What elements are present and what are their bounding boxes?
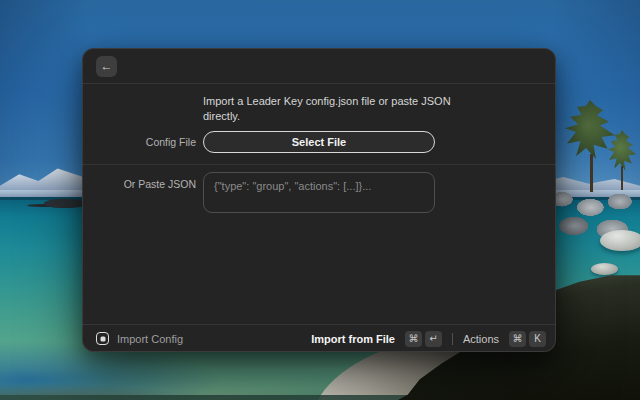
back-button[interactable]: ← (96, 56, 117, 77)
import-description: Import a Leader Key config.json file or … (203, 94, 455, 124)
dialog-body: Import a Leader Key config.json file or … (82, 85, 556, 324)
cmd-key-icon: ⌘ (405, 331, 422, 347)
form-divider (82, 164, 556, 165)
config-file-label: Config File (82, 136, 196, 148)
paste-json-textarea[interactable] (203, 172, 435, 213)
paste-json-label: Or Paste JSON (82, 178, 196, 190)
return-key-icon: ↵ (425, 331, 442, 347)
select-file-button[interactable]: Select File (203, 131, 435, 153)
wallpaper-shore-rocks (44, 199, 86, 208)
dialog-footer: Import Config Import from File ⌘ ↵ Actio… (82, 324, 556, 352)
leader-key-app-icon (96, 332, 109, 345)
actions-menu-label: Actions (463, 333, 499, 345)
footer-actions: Import from File ⌘ ↵ Actions ⌘ K (309, 329, 548, 349)
footer-command-title: Import Config (117, 333, 183, 345)
wallpaper-water-boulder-small (591, 263, 618, 275)
cmd-key-icon: ⌘ (509, 331, 526, 347)
wallpaper-pine-tree-small (608, 130, 636, 190)
dialog-header: ← (82, 48, 556, 84)
footer-separator (452, 333, 453, 345)
back-arrow-icon: ← (101, 59, 113, 73)
import-from-file-label: Import from File (311, 333, 395, 345)
import-from-file-button[interactable]: Import from File ⌘ ↵ (309, 329, 444, 349)
actions-menu-button[interactable]: Actions ⌘ K (461, 329, 548, 349)
import-config-dialog: ← Import a Leader Key config.json file o… (82, 48, 556, 352)
wallpaper-water-boulder (600, 230, 640, 251)
k-key-icon: K (529, 331, 546, 347)
